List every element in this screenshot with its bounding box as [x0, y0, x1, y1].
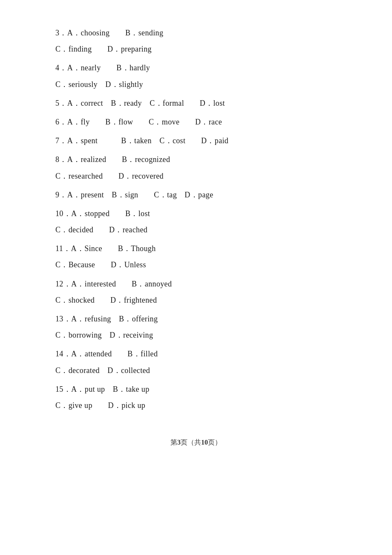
question-line1-q6: 6．A．fly B．flow C．move D．race [55, 115, 337, 129]
question-line2-q10: C．decided D．reached [55, 223, 337, 237]
question-item-q4: 4．A．nearly B．hardlyC．seriously D．slightl… [55, 61, 337, 91]
question-line1-q14: 14．A．attended B．filled [55, 347, 337, 361]
question-line2-q11: C．Because D．Unless [55, 257, 337, 272]
question-item-q11: 11．A．Since B．ThoughC．Because D．Unless [55, 241, 337, 272]
main-content: 3．A．choosing B．sendingC．finding D．prepar… [55, 26, 337, 447]
question-item-q13: 13．A．refusing B．offeringC．borrowing D．re… [55, 312, 337, 342]
question-item-q9: 9．A．present B．sign C．tag D．page [55, 188, 337, 202]
question-line1-q5: 5．A．correct B．ready C．formal D．lost [55, 96, 337, 110]
question-line2-q15: C．give up D．pick up [55, 398, 337, 413]
question-line1-q10: 10．A．stopped B．lost [55, 206, 337, 221]
page-footer: 第3页（共10页） [55, 438, 337, 447]
question-line1-q3: 3．A．choosing B．sending [55, 26, 337, 40]
question-line1-q12: 12．A．interested B．annoyed [55, 277, 337, 291]
question-item-q15: 15．A．put up B．take upC．give up D．pick up [55, 382, 337, 413]
question-item-q14: 14．A．attended B．filledC．decorated D．coll… [55, 347, 337, 377]
question-item-q10: 10．A．stopped B．lostC．decided D．reached [55, 206, 337, 237]
question-line2-q13: C．borrowing D．receiving [55, 328, 337, 342]
question-line2-q3: C．finding D．preparing [55, 42, 337, 56]
question-line2-q12: C．shocked D．frightened [55, 293, 337, 307]
question-line2-q8: C．researched D．recovered [55, 169, 337, 183]
footer-text: 第3页（共10页） [170, 439, 222, 446]
question-item-q5: 5．A．correct B．ready C．formal D．lost [55, 96, 337, 110]
question-line1-q4: 4．A．nearly B．hardly [55, 61, 337, 75]
question-item-q12: 12．A．interested B．annoyedC．shocked D．fri… [55, 277, 337, 307]
question-line1-q13: 13．A．refusing B．offering [55, 312, 337, 326]
question-line1-q11: 11．A．Since B．Though [55, 241, 337, 256]
question-line2-q4: C．seriously D．slightly [55, 77, 337, 92]
question-line1-q15: 15．A．put up B．take up [55, 382, 337, 396]
question-item-q6: 6．A．fly B．flow C．move D．race [55, 115, 337, 129]
question-line1-q8: 8．A．realized B．recognized [55, 152, 337, 167]
question-line2-q14: C．decorated D．collected [55, 363, 337, 378]
question-item-q7: 7．A．spent B．taken C．cost D．paid [55, 133, 337, 148]
question-line1-q7: 7．A．spent B．taken C．cost D．paid [55, 133, 337, 148]
question-line1-q9: 9．A．present B．sign C．tag D．page [55, 188, 337, 202]
question-item-q3: 3．A．choosing B．sendingC．finding D．prepar… [55, 26, 337, 56]
question-item-q8: 8．A．realized B．recognizedC．researched D．… [55, 152, 337, 183]
